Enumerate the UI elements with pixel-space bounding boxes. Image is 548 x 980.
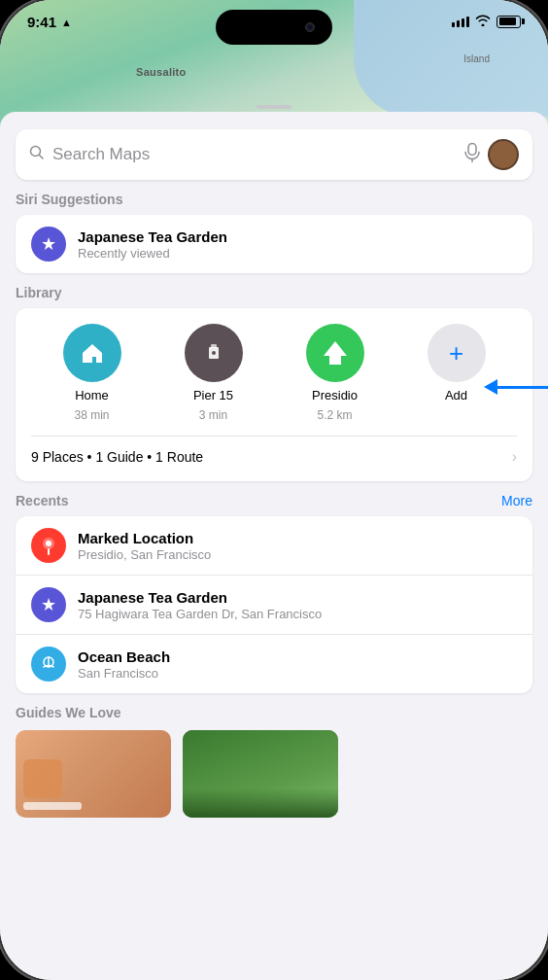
signal-bar-4 xyxy=(466,17,469,27)
library-item-home[interactable]: Home 38 min xyxy=(57,324,127,422)
ocean-beach-icon xyxy=(31,647,66,682)
marked-location-subtitle: Presidio, San Francisco xyxy=(78,547,517,562)
status-time: 9:41 ▲ xyxy=(27,14,72,30)
arrow-line xyxy=(497,386,548,389)
library-presidio-sublabel: 5.2 km xyxy=(317,408,352,422)
ocean-beach-text: Ocean Beach San Francisco xyxy=(78,648,517,681)
arrow-annotation xyxy=(484,379,548,395)
guides-label: Guides We Love xyxy=(16,705,532,720)
svg-rect-4 xyxy=(211,344,217,348)
wifi-icon xyxy=(475,14,491,29)
library-item-presidio[interactable]: Presidio 5.2 km xyxy=(300,324,370,422)
signal-bar-3 xyxy=(462,18,464,27)
dynamic-island xyxy=(216,10,332,45)
chevron-right-icon: › xyxy=(512,448,517,466)
front-camera xyxy=(305,22,315,32)
siri-suggestion-item[interactable]: ★ Japanese Tea Garden Recently viewed xyxy=(16,215,532,273)
siri-suggestions-label: Siri Suggestions xyxy=(16,192,532,207)
library-item-add[interactable]: + Add xyxy=(422,324,492,422)
library-pier-label: Pier 15 xyxy=(193,388,233,402)
add-icon: + xyxy=(428,324,486,382)
recent-item-tea-garden[interactable]: ★ Japanese Tea Garden 75 Hagiwara Tea Ga… xyxy=(16,575,532,634)
recent-item-marked[interactable]: Marked Location Presidio, San Francisco xyxy=(16,516,532,575)
svg-point-5 xyxy=(212,351,216,355)
time-display: 9:41 xyxy=(27,14,56,30)
search-icon xyxy=(29,145,45,164)
mic-icon[interactable] xyxy=(464,143,480,166)
tea-garden-text: Japanese Tea Garden 75 Hagiwara Tea Gard… xyxy=(78,589,517,621)
recent-item-ocean-beach[interactable]: Ocean Beach San Francisco xyxy=(16,634,532,693)
battery-fill xyxy=(499,18,516,25)
phone-frame: Sausalito Island 9:41 ▲ xyxy=(0,0,548,980)
ocean-beach-subtitle: San Francisco xyxy=(78,666,517,681)
siri-suggestion-card[interactable]: ★ Japanese Tea Garden Recently viewed xyxy=(16,215,532,273)
library-add-label: Add xyxy=(445,388,467,402)
map-island-label: Island xyxy=(463,53,490,64)
home-icon xyxy=(63,324,121,382)
status-icons xyxy=(452,14,521,29)
recents-header: Recents More xyxy=(16,493,532,508)
presidio-icon xyxy=(306,324,364,382)
guide-thumb-food[interactable] xyxy=(16,730,171,818)
library-footer-text: 9 Places • 1 Guide • 1 Route xyxy=(31,449,203,465)
tea-garden-subtitle: 75 Hagiwara Tea Garden Dr, San Francisco xyxy=(78,607,517,621)
plus-icon: + xyxy=(449,338,463,368)
more-button[interactable]: More xyxy=(501,493,532,508)
marked-location-title: Marked Location xyxy=(78,530,517,546)
library-label: Library xyxy=(16,285,532,300)
search-input[interactable]: Search Maps xyxy=(52,145,457,164)
signal-bar-1 xyxy=(452,22,455,27)
recents-card: Marked Location Presidio, San Francisco … xyxy=(16,516,532,693)
star-icon-recent: ★ xyxy=(41,594,56,615)
recents-label: Recents xyxy=(16,493,68,508)
search-bar[interactable]: Search Maps xyxy=(16,129,532,180)
star-icon: ★ xyxy=(41,233,56,255)
avatar-face xyxy=(490,141,517,168)
library-home-label: Home xyxy=(75,388,109,402)
siri-item-subtitle: Recently viewed xyxy=(78,246,517,261)
avatar[interactable] xyxy=(488,139,519,170)
location-arrow-icon: ▲ xyxy=(61,17,72,28)
svg-marker-6 xyxy=(324,341,347,365)
battery-icon xyxy=(497,16,521,28)
library-presidio-label: Presidio xyxy=(312,388,358,402)
bottom-sheet: Search Maps Siri Suggestions ★ Japane xyxy=(0,112,548,980)
siri-item-title: Japanese Tea Garden xyxy=(78,228,517,245)
map-city-label: Sausalito xyxy=(136,66,187,78)
ocean-beach-title: Ocean Beach xyxy=(78,648,517,665)
tea-garden-title: Japanese Tea Garden xyxy=(78,589,517,606)
library-item-pier[interactable]: Pier 15 3 min xyxy=(179,324,249,422)
marked-location-icon xyxy=(31,528,66,563)
pier-icon xyxy=(185,324,243,382)
library-add-sublabel xyxy=(455,408,458,422)
library-footer[interactable]: 9 Places • 1 Guide • 1 Route › xyxy=(31,436,517,466)
tea-garden-icon: ★ xyxy=(31,587,66,622)
library-pier-sublabel: 3 min xyxy=(199,408,227,422)
signal-bar-2 xyxy=(457,20,460,27)
library-card: Home 38 min Pier 15 3 min xyxy=(16,308,532,481)
guides-section: Guides We Love xyxy=(16,705,532,818)
siri-item-text: Japanese Tea Garden Recently viewed xyxy=(78,228,517,261)
svg-point-8 xyxy=(46,541,51,546)
signal-icon xyxy=(452,17,469,27)
marked-location-text: Marked Location Presidio, San Francisco xyxy=(78,530,517,562)
library-home-sublabel: 38 min xyxy=(74,408,109,422)
guide-thumb-nature[interactable] xyxy=(183,730,338,818)
guides-thumbnails xyxy=(16,730,532,818)
sheet-handle xyxy=(257,105,291,109)
siri-item-icon: ★ xyxy=(31,227,66,262)
library-icons-row: Home 38 min Pier 15 3 min xyxy=(31,324,517,422)
svg-rect-1 xyxy=(468,144,476,156)
arrow-head xyxy=(484,379,497,395)
